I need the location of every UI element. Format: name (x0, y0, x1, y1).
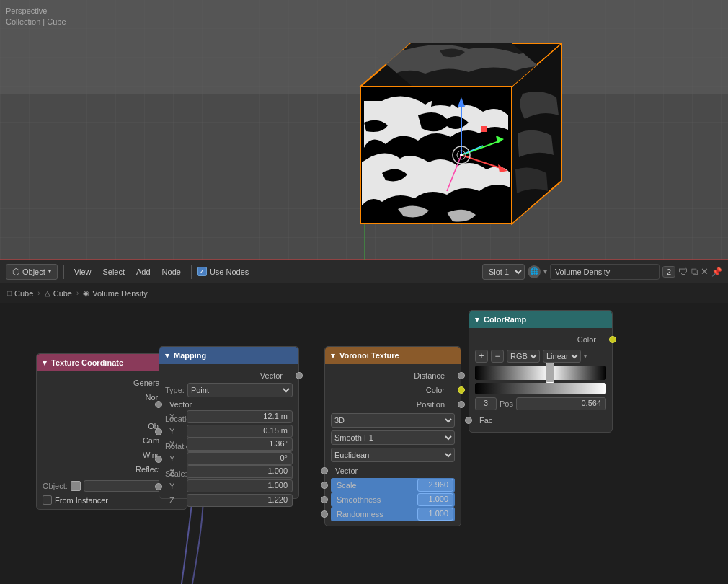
mapping-loc-y-value[interactable]: 0.15 m (187, 425, 293, 438)
pin-icon[interactable]: 📌 (711, 267, 722, 277)
voronoi-dim-select[interactable]: 3D (331, 413, 455, 428)
use-nodes-label: Use Nodes (210, 267, 249, 276)
use-nodes-checkbox-label[interactable]: ✓ Use Nodes (197, 267, 249, 276)
colorramp-interp-select[interactable]: Linear (543, 350, 581, 363)
mapping-rot-y-label: Y (169, 454, 184, 463)
breadcrumb-arrow-2: › (76, 289, 79, 297)
colorramp-fac-row: Fac (475, 413, 606, 428)
mapping-type-row: Type: Point (165, 383, 293, 397)
voronoi-scale-label: Scale (337, 481, 417, 490)
mapping-loc-y-row: Y 0.15 m (169, 425, 293, 438)
mapping-collapse-icon[interactable]: ▾ (165, 351, 169, 360)
view-menu-button[interactable]: View (70, 264, 96, 280)
colorramp-gradient-container (475, 366, 606, 380)
colorramp-add-btn[interactable]: + (475, 350, 488, 363)
breadcrumb-label-3: Volume Density (92, 289, 147, 298)
mapping-rot-y-value[interactable]: 0° (187, 452, 293, 465)
node-menu-button[interactable]: Node (158, 264, 185, 280)
mapping-rot-x-value[interactable]: 1.36° (187, 438, 293, 451)
shader-name-field[interactable] (550, 264, 660, 280)
voronoi-scale-row: Scale 2.960 (331, 478, 455, 492)
voronoi-feature-select[interactable]: Smooth F1 (331, 430, 455, 445)
mapping-vector-in-socket[interactable] (155, 401, 162, 408)
slot-selector[interactable]: Slot 1 (482, 264, 525, 280)
breadcrumb-item-2: △ Cube (45, 289, 72, 298)
colorramp-collapse-icon[interactable]: ▾ (475, 315, 479, 324)
tc-object-field-label: Object: (43, 482, 68, 490)
mapping-header: ▾ Mapping (159, 347, 298, 364)
mapping-type-select[interactable]: Point (187, 383, 293, 397)
tc-object-input[interactable] (84, 480, 165, 492)
mapping-vector-out-socket[interactable] (296, 372, 303, 379)
tc-from-instancer-checkbox[interactable] (43, 495, 52, 505)
breadcrumb-arrow-1: › (37, 289, 40, 297)
world-icon[interactable]: 🌐 (528, 265, 541, 278)
colorramp-index-value[interactable]: 3 (475, 397, 497, 410)
separator2 (191, 265, 192, 279)
mapping-type-label: Type: (165, 386, 185, 394)
mapping-scale-z-value[interactable]: 1.220 (187, 494, 293, 507)
copy-icon[interactable]: ⧉ (691, 266, 698, 278)
breadcrumb-label-2: Cube (53, 289, 72, 298)
voronoi-smoothness-value[interactable]: 1.000 (417, 493, 453, 506)
mapping-scale-z-label: Z (169, 496, 184, 505)
voronoi-position-socket[interactable] (458, 401, 465, 408)
mapping-scale-socket[interactable] (155, 483, 162, 490)
voronoi-randomness-socket[interactable] (321, 510, 328, 518)
voronoi-scale-socket[interactable] (321, 482, 328, 489)
breadcrumb-item-1: □ Cube (7, 289, 33, 298)
colorramp-handle[interactable] (546, 363, 554, 383)
breadcrumb-bar: □ Cube › △ Cube › ◉ Volume Density (0, 283, 728, 303)
delete-icon[interactable]: ✕ (701, 266, 709, 277)
mapping-scale-z-row: Z 1.220 (169, 494, 293, 507)
mapping-scale-x-value[interactable]: 1.000 (187, 465, 293, 478)
colorramp-remove-btn[interactable]: − (491, 350, 504, 363)
colorramp-mode-select[interactable]: RGB (507, 350, 540, 363)
object-menu-button[interactable]: ⬡ Object ▾ (6, 264, 58, 280)
colorramp-color-out-socket[interactable] (609, 336, 616, 343)
mapping-rot-row: X 1.36° Y 0° Z 9° (165, 452, 293, 466)
voronoi-position-row: Position (331, 397, 455, 412)
chevron-down-icon: ▾ (48, 268, 51, 275)
voronoi-distance-socket[interactable] (458, 372, 465, 379)
colorramp-color-swatch[interactable] (475, 383, 606, 394)
voronoi-smoothness-label: Smoothness (337, 495, 417, 504)
voronoi-distance-select[interactable]: Euclidean (331, 448, 455, 462)
tc-from-instancer-label: From Instancer (55, 496, 108, 505)
mapping-rot-x-label: X (169, 440, 184, 448)
add-menu-button[interactable]: Add (132, 264, 155, 280)
colorramp-node: ▾ ColorRamp Color + − RGB Linear ▾ (469, 310, 613, 433)
voronoi-vector-socket[interactable] (321, 467, 328, 474)
green-axis-line (364, 224, 365, 260)
voronoi-scale-value[interactable]: 2.960 (417, 479, 453, 492)
mapping-scale-x-row: X 1.000 (169, 465, 293, 478)
mapping-rot-socket[interactable] (155, 456, 162, 463)
cube-object (346, 29, 562, 238)
mapping-scale-y-row: Y 1.000 (169, 479, 293, 492)
mapping-rot-y-row: Y 0° (169, 452, 293, 465)
voronoi-node: ▾ Voronoi Texture Distance Color Positio… (324, 346, 461, 526)
voronoi-randomness-value[interactable]: 1.000 (417, 508, 453, 521)
colorramp-pos-value[interactable]: 0.564 (516, 397, 606, 410)
object-label: Object (22, 267, 45, 276)
colorramp-body: Color + − RGB Linear ▾ (469, 328, 612, 432)
select-menu-button[interactable]: Select (98, 264, 129, 280)
voronoi-position-label: Position (331, 400, 455, 409)
voronoi-smoothness-socket[interactable] (321, 496, 328, 503)
mapping-loc-socket[interactable] (155, 428, 162, 435)
mapping-loc-x-value[interactable]: 12.1 m (187, 410, 293, 423)
texture-coord-collapse-icon[interactable]: ▾ (43, 358, 47, 368)
colorramp-gradient[interactable] (475, 366, 606, 380)
voronoi-color-socket[interactable] (458, 386, 465, 394)
use-nodes-checkbox[interactable]: ✓ (197, 267, 207, 276)
voronoi-distance-label: Distance (331, 371, 455, 380)
voronoi-collapse-icon[interactable]: ▾ (331, 351, 335, 360)
colorramp-fac-socket[interactable] (465, 417, 472, 424)
mapping-scale-y-value[interactable]: 1.000 (187, 479, 293, 492)
mapping-loc-x-row: X 12.1 m (169, 410, 293, 423)
mapping-vector-out-label: Vector (165, 371, 293, 380)
mapping-rot-x-row: X 1.36° (169, 438, 293, 451)
mapping-vector-out-row: Vector (165, 368, 293, 383)
icon-arrow-icon: ▾ (543, 267, 547, 275)
voronoi-header: ▾ Voronoi Texture (325, 347, 461, 364)
